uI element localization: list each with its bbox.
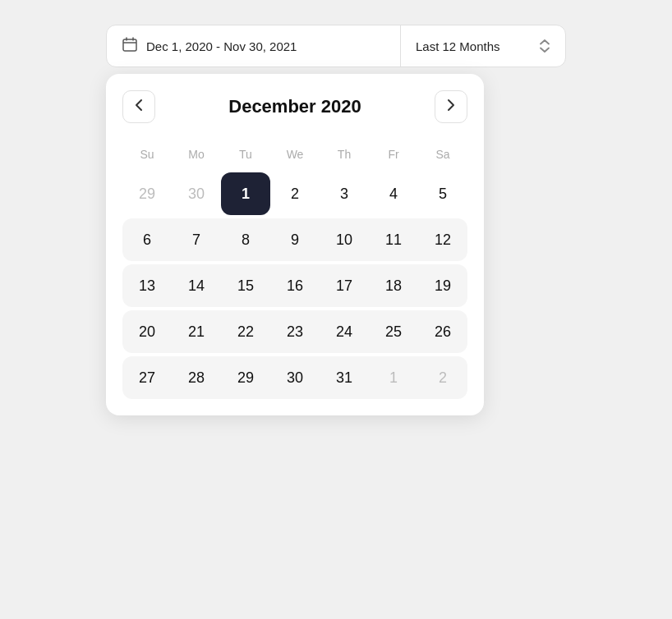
date-range-text: Dec 1, 2020 - Nov 30, 2021 bbox=[146, 39, 297, 53]
chevron-left-icon bbox=[135, 99, 143, 115]
calendar-week: 13141516171819 bbox=[122, 264, 467, 307]
calendar-day[interactable]: 27 bbox=[122, 356, 172, 399]
calendar-day[interactable]: 4 bbox=[369, 172, 418, 215]
calendar-day[interactable]: 15 bbox=[221, 264, 270, 307]
day-header: Tu bbox=[221, 143, 270, 166]
calendar-day[interactable]: 5 bbox=[418, 172, 467, 215]
calendar-day: 30 bbox=[172, 172, 221, 215]
calendar-week: 6789101112 bbox=[122, 218, 467, 261]
calendar-day[interactable]: 23 bbox=[270, 310, 320, 353]
calendar-day[interactable]: 10 bbox=[320, 218, 369, 261]
preset-label: Last 12 Months bbox=[416, 39, 500, 53]
day-header: Fr bbox=[369, 143, 418, 166]
calendar-day[interactable]: 20 bbox=[122, 310, 172, 353]
calendar-day[interactable]: 17 bbox=[320, 264, 369, 307]
calendar-day[interactable]: 8 bbox=[221, 218, 270, 261]
calendar-day[interactable]: 2 bbox=[270, 172, 320, 215]
calendar-day[interactable]: 3 bbox=[320, 172, 369, 215]
day-header: Th bbox=[320, 143, 369, 166]
day-header: Mo bbox=[172, 143, 221, 166]
preset-selector[interactable]: Last 12 Months bbox=[401, 25, 565, 66]
calendar-day: 2 bbox=[418, 356, 467, 399]
date-picker-container: Dec 1, 2020 - Nov 30, 2021 Last 12 Month… bbox=[106, 25, 566, 415]
day-header: Su bbox=[122, 143, 172, 166]
calendar-icon bbox=[122, 36, 138, 57]
calendar-day: 29 bbox=[122, 172, 172, 215]
chevron-updown-icon bbox=[539, 38, 550, 54]
calendar-dropdown: December 2020 SuMoTuWeThFrSa 29301234567… bbox=[106, 74, 484, 415]
calendar-day[interactable]: 9 bbox=[270, 218, 320, 261]
calendar-day[interactable]: 25 bbox=[369, 310, 418, 353]
calendar-day[interactable]: 28 bbox=[172, 356, 221, 399]
calendar-day[interactable]: 16 bbox=[270, 264, 320, 307]
calendar-day[interactable]: 31 bbox=[320, 356, 369, 399]
calendar-header: December 2020 bbox=[122, 90, 467, 123]
calendar-week: 272829303112 bbox=[122, 356, 467, 399]
month-year-title: December 2020 bbox=[228, 96, 361, 117]
calendar-day[interactable]: 26 bbox=[418, 310, 467, 353]
calendar-day[interactable]: 21 bbox=[172, 310, 221, 353]
calendar-week: 20212223242526 bbox=[122, 310, 467, 353]
selected-day[interactable]: 1 bbox=[221, 172, 270, 215]
calendar-day[interactable]: 29 bbox=[221, 356, 270, 399]
calendar-day[interactable]: 22 bbox=[221, 310, 270, 353]
svg-rect-0 bbox=[123, 39, 136, 51]
calendar-weeks: 2930123456789101112131415161718192021222… bbox=[122, 172, 467, 399]
calendar-day[interactable]: 7 bbox=[172, 218, 221, 261]
calendar-day[interactable]: 14 bbox=[172, 264, 221, 307]
calendar-day[interactable]: 13 bbox=[122, 264, 172, 307]
date-range-left[interactable]: Dec 1, 2020 - Nov 30, 2021 bbox=[107, 25, 401, 66]
calendar-day[interactable]: 6 bbox=[122, 218, 172, 261]
calendar-day[interactable]: 19 bbox=[418, 264, 467, 307]
next-month-button[interactable] bbox=[435, 90, 467, 123]
calendar-week: 293012345 bbox=[122, 172, 467, 215]
day-header: We bbox=[270, 143, 320, 166]
day-headers: SuMoTuWeThFrSa bbox=[122, 143, 467, 166]
day-header: Sa bbox=[418, 143, 467, 166]
calendar-day[interactable]: 18 bbox=[369, 264, 418, 307]
date-range-bar: Dec 1, 2020 - Nov 30, 2021 Last 12 Month… bbox=[106, 25, 566, 67]
calendar-day[interactable]: 11 bbox=[369, 218, 418, 261]
calendar-day[interactable]: 12 bbox=[418, 218, 467, 261]
calendar-day[interactable]: 30 bbox=[270, 356, 320, 399]
chevron-right-icon bbox=[447, 99, 455, 115]
calendar-day[interactable]: 24 bbox=[320, 310, 369, 353]
calendar-day: 1 bbox=[369, 356, 418, 399]
prev-month-button[interactable] bbox=[122, 90, 155, 123]
